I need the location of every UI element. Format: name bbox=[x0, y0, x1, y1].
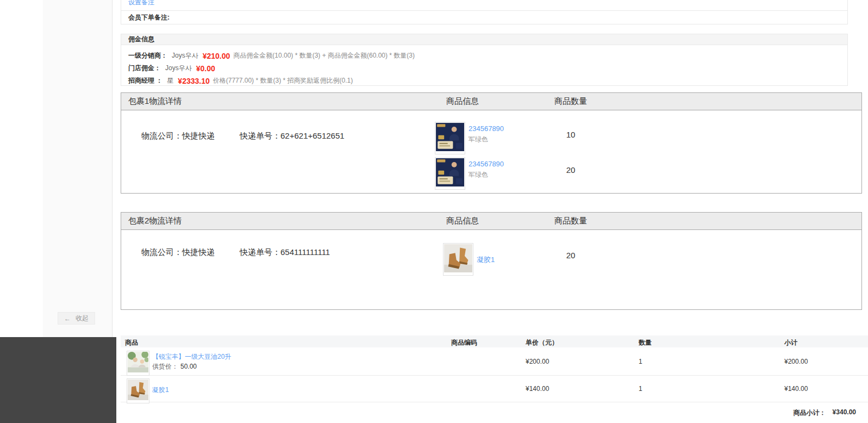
product-name-link[interactable]: 234567890 bbox=[469, 160, 504, 168]
boots-thumbnail[interactable] bbox=[443, 243, 473, 276]
package-2-logistics-line: 物流公司：快捷快递 快递单号：654111111111 bbox=[141, 247, 330, 258]
package-1-logistics-line: 物流公司：快捷快递 快递单号：62+621+6512651 bbox=[141, 131, 345, 141]
course-banner-image bbox=[436, 158, 464, 186]
commission-user-name: Joys우사 bbox=[172, 51, 198, 60]
tracking-number-value: 62+621+6512651 bbox=[280, 131, 345, 140]
package-1-logistics-section: 包裹1物流详情 商品信息 商品数量 物流公司：快捷快递 快递单号：62+621+… bbox=[121, 92, 862, 194]
package-item: 凝胶1 bbox=[443, 243, 495, 276]
product-spec: 军绿色 bbox=[469, 135, 504, 144]
set-remark-link[interactable]: 设置备注 bbox=[128, 0, 154, 7]
package-1-title: 包裹1物流详情 bbox=[121, 96, 182, 107]
commission-label: 招商经理 ： bbox=[128, 76, 163, 85]
col-product-code: 商品编码 bbox=[451, 338, 477, 347]
tracking-number-value: 654111111111 bbox=[280, 247, 330, 257]
collapse-label: 收起 bbox=[76, 314, 89, 323]
course-banner-thumbnail[interactable] bbox=[435, 157, 465, 190]
logistics-company-value: 快捷快递 bbox=[182, 247, 215, 257]
package-item-qty: 20 bbox=[552, 165, 590, 175]
commission-label: 门店佣金： bbox=[128, 64, 161, 73]
commission-row-distributor: 一级分销商： Joys우사 ¥210.00 商品佣金金额(10.00) * 数量… bbox=[128, 49, 840, 62]
collapse-sidebar-button[interactable]: ← 收起 bbox=[58, 312, 95, 325]
product-info-column-header: 商品信息 bbox=[446, 216, 479, 226]
unit-price: ¥140.00 bbox=[526, 385, 549, 393]
col-qty: 数量 bbox=[639, 338, 652, 347]
commission-section-title: 佣金信息 bbox=[128, 35, 154, 44]
subtotal: ¥140.00 bbox=[784, 385, 808, 393]
product-qty-column-header: 商品数量 bbox=[552, 216, 590, 226]
subtotal-summary-value: ¥340.00 bbox=[833, 408, 856, 416]
order-table-header: 商品 商品编码 单价（元） 数量 小计 bbox=[121, 335, 868, 347]
member-order-note-label: 会员下单备注: bbox=[128, 13, 170, 22]
commission-amount: ¥210.00 bbox=[203, 52, 230, 60]
commission-amount: ¥0.00 bbox=[196, 64, 215, 73]
boots-image bbox=[444, 244, 472, 272]
qty: 1 bbox=[639, 385, 642, 393]
package-item: 234567890 军绿色 bbox=[435, 157, 504, 190]
order-remark-section: 设置备注 会员下单备注: bbox=[121, 0, 848, 24]
boots-image bbox=[128, 380, 148, 400]
unit-price: ¥200.00 bbox=[526, 358, 549, 365]
package-2-logistics-section: 包裹2物流详情 商品信息 商品数量 物流公司：快捷快递 快递单号：6541111… bbox=[121, 212, 862, 310]
commission-row-manager: 招商经理 ： 星 ¥2333.10 价格(7777.00) * 数量(3) * … bbox=[128, 74, 840, 87]
commission-user-name: Joys우사 bbox=[165, 64, 192, 73]
product-info-column-header: 商品信息 bbox=[446, 96, 479, 107]
commission-row-store: 门店佣金： Joys우사 ¥0.00 bbox=[128, 62, 840, 74]
package-item: 234567890 军绿色 bbox=[435, 122, 504, 154]
product-name-link[interactable]: 234567890 bbox=[469, 125, 504, 133]
commission-amount: ¥2333.10 bbox=[178, 77, 209, 85]
col-unit-price: 单价（元） bbox=[526, 338, 558, 347]
commission-formula: 价格(7777.00) * 数量(3) * 招商奖励返佣比例(0.1) bbox=[213, 76, 353, 85]
commission-label: 一级分销商： bbox=[128, 51, 167, 60]
left-sidebar: ← 收起 bbox=[43, 0, 113, 337]
logistics-company-label: 物流公司： bbox=[141, 131, 182, 140]
subtotal: ¥200.00 bbox=[784, 358, 808, 365]
course-banner-image bbox=[436, 123, 464, 151]
order-products-table: 商品 商品编码 单价（元） 数量 小计 【锐宝丰】一级大豆油20升 供货价：50… bbox=[121, 335, 868, 423]
product-name-link[interactable]: 【锐宝丰】一级大豆油20升 bbox=[152, 352, 231, 362]
col-subtotal: 小计 bbox=[784, 338, 797, 347]
boots-thumbnail[interactable] bbox=[127, 378, 149, 403]
col-product: 商品 bbox=[125, 338, 138, 347]
commission-formula: 商品佣金金额(10.00) * 数量(3) + 商品佣金金额(60.00) * … bbox=[233, 51, 415, 60]
product-name-link[interactable]: 凝胶1 bbox=[477, 256, 495, 264]
supply-price-label: 供货价： bbox=[152, 363, 178, 370]
qty: 1 bbox=[639, 358, 642, 365]
soybean-oil-thumbnail[interactable] bbox=[127, 351, 149, 376]
supply-price-value: 50.00 bbox=[180, 363, 197, 370]
commission-user-name: 星 bbox=[167, 76, 173, 85]
order-table-summary: 商品小计： ¥340.00 bbox=[121, 402, 868, 423]
order-table-row: 凝胶1 ¥140.00 1 ¥140.00 bbox=[121, 376, 868, 402]
tracking-number-label: 快递单号： bbox=[240, 131, 280, 140]
product-qty-column-header: 商品数量 bbox=[552, 96, 590, 107]
supply-price-line: 供货价：50.00 bbox=[152, 362, 197, 371]
product-name-link[interactable]: 凝胶1 bbox=[152, 385, 169, 395]
package-2-title: 包裹2物流详情 bbox=[121, 216, 182, 226]
course-banner-thumbnail[interactable] bbox=[435, 122, 465, 154]
package-item-qty: 20 bbox=[552, 251, 590, 260]
logistics-company-label: 物流公司： bbox=[141, 247, 182, 257]
product-spec: 军绿色 bbox=[469, 170, 504, 179]
tracking-number-label: 快递单号： bbox=[240, 247, 280, 257]
package-item-qty: 10 bbox=[552, 130, 590, 139]
subtotal-summary-label: 商品小计： bbox=[794, 408, 826, 418]
bottom-left-dark-panel bbox=[0, 337, 116, 423]
order-table-row: 【锐宝丰】一级大豆油20升 供货价：50.00 ¥200.00 1 ¥200.0… bbox=[121, 347, 868, 376]
left-arrow-icon: ← bbox=[64, 315, 71, 322]
soybean-oil-image bbox=[128, 352, 148, 372]
logistics-company-value: 快捷快递 bbox=[182, 131, 215, 140]
commission-info-section: 佣金信息 一级分销商： Joys우사 ¥210.00 商品佣金金额(10.00)… bbox=[121, 34, 848, 86]
